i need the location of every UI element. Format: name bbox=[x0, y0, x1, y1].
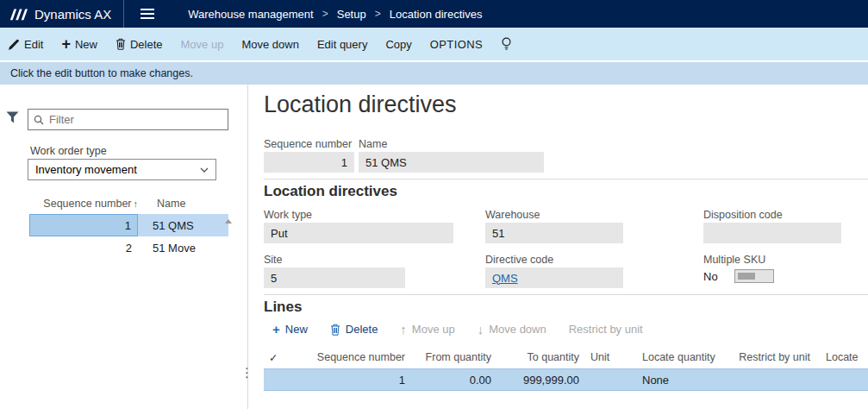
lines-cell-locate-quantity[interactable]: None bbox=[642, 369, 724, 390]
lines-new-label: New bbox=[285, 323, 308, 336]
lightbulb-icon bbox=[501, 37, 512, 51]
site-field[interactable]: 5 bbox=[264, 267, 405, 288]
disposition-code-label: Disposition code bbox=[703, 209, 783, 221]
filter-funnel-icon[interactable] bbox=[6, 111, 19, 126]
app-title: Dynamics AX bbox=[34, 7, 111, 22]
new-button[interactable]: + New bbox=[61, 38, 97, 51]
move-down-label: Move down bbox=[241, 38, 298, 51]
lines-restrict-by-unit-button[interactable]: Restrict by unit bbox=[569, 323, 643, 336]
sequence-number-label: Sequence number bbox=[264, 138, 352, 150]
lines-column-to-quantity[interactable]: To quantity bbox=[496, 349, 579, 366]
lines-cell-locate[interactable] bbox=[826, 369, 868, 390]
work-type-label: Work type bbox=[264, 209, 312, 221]
options-button[interactable]: OPTIONS bbox=[430, 38, 483, 51]
move-up-button[interactable]: Move up bbox=[181, 38, 224, 51]
lines-toolbar: + New Delete ↑ Move up ↓ Move down Restr… bbox=[272, 323, 643, 336]
sidebar-cell-name[interactable]: 51 QMS bbox=[138, 214, 194, 236]
lines-new-button[interactable]: + New bbox=[272, 323, 308, 336]
disposition-code-field[interactable] bbox=[703, 223, 841, 243]
edit-query-button[interactable]: Edit query bbox=[317, 38, 368, 51]
work-order-type-value: Inventory movement bbox=[35, 163, 137, 176]
scrollbar-up-arrow[interactable] bbox=[225, 219, 232, 223]
lines-row-selected[interactable]: 1 0.00 999,999.00 None bbox=[264, 368, 868, 391]
edit-button-label: Edit bbox=[24, 38, 43, 51]
lines-section-title: Lines bbox=[264, 299, 302, 316]
trash-icon bbox=[116, 38, 126, 50]
ideas-button[interactable] bbox=[501, 37, 512, 51]
copy-button[interactable]: Copy bbox=[385, 38, 411, 51]
breadcrumb-location-directives[interactable]: Location directives bbox=[390, 8, 483, 21]
filter-input[interactable] bbox=[49, 113, 222, 126]
lines-cell-sequence-number[interactable]: 1 bbox=[293, 369, 405, 390]
section-divider bbox=[264, 179, 868, 179]
main-panel: Location directives Sequence number Name… bbox=[248, 85, 868, 409]
work-order-type-label: Work order type bbox=[30, 145, 107, 157]
hamburger-menu-button[interactable] bbox=[124, 0, 171, 28]
edit-button[interactable]: Edit bbox=[9, 38, 43, 51]
sidebar-grid-header: Sequence number↑ Name bbox=[29, 198, 228, 210]
lines-column-locate[interactable]: Locate bbox=[826, 349, 868, 366]
lines-delete-button[interactable]: Delete bbox=[330, 323, 378, 336]
sidebar-column-sequence-number[interactable]: Sequence number↑ bbox=[29, 198, 138, 210]
site-label: Site bbox=[264, 254, 283, 266]
lines-move-up-button[interactable]: ↑ Move up bbox=[400, 323, 454, 336]
breadcrumb-warehouse-management[interactable]: Warehouse management bbox=[188, 8, 314, 21]
copy-label: Copy bbox=[385, 38, 411, 51]
sort-ascending-icon: ↑ bbox=[134, 198, 139, 209]
lines-column-from-quantity[interactable]: From quantity bbox=[410, 349, 491, 366]
delete-button[interactable]: Delete bbox=[116, 38, 163, 51]
move-up-label: Move up bbox=[181, 38, 224, 51]
select-all-check-icon[interactable]: ✓ bbox=[269, 349, 286, 366]
section-divider bbox=[264, 294, 868, 295]
work-order-type-dropdown[interactable]: Inventory movement bbox=[28, 159, 216, 180]
sidebar-cell-sequence[interactable]: 2 bbox=[29, 236, 138, 259]
sidebar-cell-name[interactable]: 51 Move bbox=[138, 236, 196, 259]
breadcrumb-setup[interactable]: Setup bbox=[337, 8, 366, 21]
notification-message: Click the edit button to make changes. bbox=[10, 67, 193, 79]
sidebar-row[interactable]: 2 51 Move bbox=[29, 236, 228, 259]
multiple-sku-toggle[interactable] bbox=[734, 269, 774, 283]
sidebar-row-selected[interactable]: 1 51 QMS bbox=[29, 214, 228, 236]
lines-cell-restrict-by-unit[interactable] bbox=[726, 369, 810, 390]
lines-move-down-button[interactable]: ↓ Move down bbox=[478, 323, 546, 336]
lines-grid-header: ✓ Sequence number From quantity To quant… bbox=[264, 349, 868, 366]
lines-delete-label: Delete bbox=[346, 323, 378, 336]
move-down-button[interactable]: Move down bbox=[241, 38, 298, 51]
hamburger-icon bbox=[141, 9, 154, 10]
lines-column-sequence-number[interactable]: Sequence number bbox=[293, 349, 405, 366]
sequence-number-field[interactable]: 1 bbox=[264, 152, 354, 173]
toggle-knob bbox=[738, 273, 755, 280]
search-icon bbox=[34, 115, 44, 125]
plus-icon: + bbox=[272, 324, 280, 335]
directive-code-link[interactable]: QMS bbox=[492, 272, 518, 285]
chevron-down-icon bbox=[200, 167, 209, 173]
app-window: Dynamics AX Warehouse management > Setup… bbox=[0, 0, 868, 409]
directive-code-label: Directive code bbox=[485, 254, 553, 266]
multiple-sku-label: Multiple SKU bbox=[703, 254, 765, 266]
lines-cell-from-quantity[interactable]: 0.00 bbox=[410, 369, 491, 390]
sidebar-cell-sequence[interactable]: 1 bbox=[29, 214, 138, 236]
name-label: Name bbox=[359, 138, 387, 150]
lines-column-locate-quantity[interactable]: Locate quantity bbox=[642, 349, 724, 366]
breadcrumb-separator: > bbox=[375, 8, 381, 20]
lines-move-down-label: Move down bbox=[489, 323, 546, 336]
pencil-icon bbox=[9, 39, 20, 50]
name-field[interactable]: 51 QMS bbox=[359, 152, 544, 173]
trash-icon bbox=[330, 324, 340, 336]
new-button-label: New bbox=[75, 38, 97, 51]
sidebar-column-name[interactable]: Name bbox=[157, 198, 185, 210]
filter-search-box bbox=[28, 109, 228, 130]
breadcrumb-separator: > bbox=[322, 8, 328, 20]
dynamics-ax-logo-icon bbox=[9, 6, 28, 22]
lines-cell-to-quantity[interactable]: 999,999.00 bbox=[496, 369, 579, 390]
multiple-sku-value: No bbox=[703, 270, 718, 283]
arrow-up-icon: ↑ bbox=[400, 324, 407, 335]
options-label: OPTIONS bbox=[430, 38, 483, 51]
lines-column-unit[interactable]: Unit bbox=[590, 349, 638, 366]
work-type-field[interactable]: Put bbox=[264, 223, 453, 243]
plus-icon: + bbox=[61, 38, 71, 50]
row-select-cell[interactable] bbox=[269, 369, 286, 390]
warehouse-field[interactable]: 51 bbox=[485, 223, 623, 243]
lines-column-restrict-by-unit[interactable]: Restrict by unit bbox=[726, 349, 810, 366]
lines-cell-unit[interactable] bbox=[590, 369, 638, 390]
